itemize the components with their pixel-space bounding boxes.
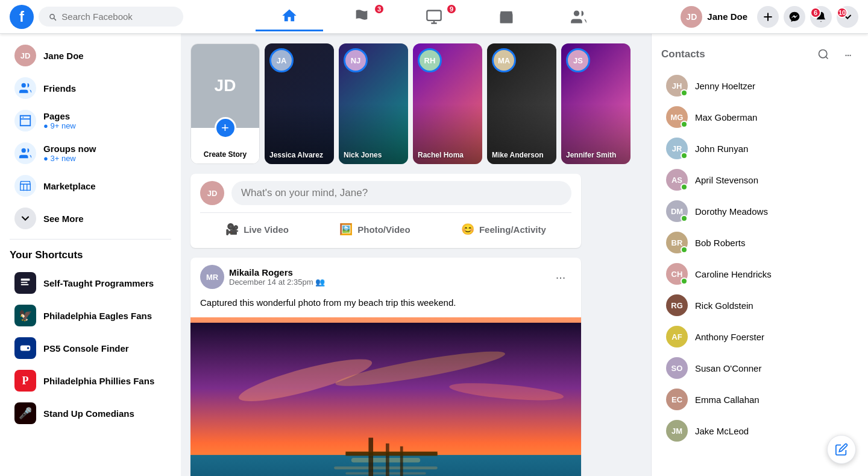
shortcut-ps5[interactable]: PS5 Console Finder bbox=[5, 332, 176, 364]
contact-jenny[interactable]: JH Jenny Hoeltzer bbox=[661, 70, 858, 101]
april-online bbox=[681, 183, 688, 191]
anthony-name: Anthony Foerster bbox=[695, 332, 764, 342]
caroline-online bbox=[681, 278, 688, 285]
bell-badge: 6 bbox=[810, 7, 821, 18]
groups-icon bbox=[570, 8, 587, 25]
nav-watch[interactable]: 9 bbox=[400, 2, 468, 31]
pages-sublabel: ● 9+ new bbox=[43, 121, 76, 130]
live-video-button[interactable]: 🎥 Live Video bbox=[216, 218, 298, 241]
contact-caroline[interactable]: CH Caroline Hendricks bbox=[661, 258, 858, 290]
watch-badge: 9 bbox=[446, 4, 457, 14]
sidebar-user[interactable]: JD Jane Doe bbox=[5, 40, 176, 71]
plus-icon bbox=[762, 11, 774, 23]
shortcut-phillies[interactable]: P Philadelphia Phillies Fans bbox=[5, 365, 176, 396]
svg-point-24 bbox=[819, 50, 827, 58]
svg-rect-19 bbox=[386, 443, 389, 476]
photo-label: Photo/Video bbox=[357, 224, 410, 235]
story-nick-avatar: NJ bbox=[344, 48, 368, 72]
create-story-bg: JD bbox=[191, 44, 259, 128]
caroline-avatar: CH bbox=[666, 263, 688, 285]
contact-john[interactable]: JR John Runyan bbox=[661, 133, 858, 164]
flag-icon bbox=[353, 8, 370, 25]
john-name: John Runyan bbox=[695, 144, 748, 154]
dorothy-avatar: DM bbox=[666, 200, 688, 222]
shortcut-standup[interactable]: 🎤 Stand Up Comedians bbox=[5, 398, 176, 429]
max-avatar: MG bbox=[666, 106, 688, 128]
create-story-plus: + bbox=[215, 117, 236, 139]
svg-point-1 bbox=[574, 10, 579, 16]
post-date: December 14 at 2:35pm bbox=[229, 278, 313, 287]
story-jennifer[interactable]: JS Jennifer Smith bbox=[561, 43, 631, 164]
header-user[interactable]: JD Jane Doe bbox=[676, 4, 752, 30]
contacts-search-button[interactable] bbox=[813, 43, 834, 65]
phillies-label: Philadelphia Phillies Fans bbox=[43, 376, 154, 386]
post-content: Captured this wonderful photo from my be… bbox=[190, 296, 581, 317]
nav-groups[interactable] bbox=[545, 2, 612, 31]
see-more-label: See More bbox=[43, 214, 84, 224]
self-taught-label: Self-Taught Programmers bbox=[43, 278, 154, 288]
contact-anthony[interactable]: AF Anthony Foerster bbox=[661, 321, 858, 352]
search-bar[interactable] bbox=[39, 7, 183, 27]
contact-susan[interactable]: SO Susan O'Conner bbox=[661, 352, 858, 384]
john-online bbox=[681, 152, 688, 159]
messenger-button[interactable] bbox=[784, 6, 805, 28]
contact-bob[interactable]: BR Bob Roberts bbox=[661, 227, 858, 258]
story-nick[interactable]: NJ Nick Jones bbox=[339, 43, 408, 164]
contact-max[interactable]: MG Max Goberman bbox=[661, 101, 858, 133]
nav-flag[interactable]: 3 bbox=[328, 2, 395, 31]
sidebar-username: Jane Doe bbox=[43, 51, 84, 61]
feeling-label: Feeling/Activity bbox=[479, 224, 546, 235]
flag-badge: 3 bbox=[374, 4, 385, 14]
header-left: f bbox=[10, 5, 215, 29]
messenger-icon bbox=[788, 11, 800, 23]
max-name: Max Goberman bbox=[695, 112, 757, 122]
contacts-more-button[interactable]: ··· bbox=[837, 43, 858, 65]
post-more-button[interactable]: ··· bbox=[550, 266, 571, 288]
groups-sublabel: ● 3+ new bbox=[43, 154, 96, 163]
story-mike-avatar: MA bbox=[492, 48, 516, 72]
search-input[interactable] bbox=[61, 11, 174, 22]
menu-button[interactable]: 10 bbox=[837, 6, 858, 28]
monitor-icon bbox=[426, 8, 442, 25]
story-mike[interactable]: MA Mike Anderson bbox=[487, 43, 556, 164]
nav-home[interactable] bbox=[256, 2, 323, 31]
sidebar-item-groups[interactable]: Groups now ● 3+ new bbox=[5, 138, 176, 169]
compose-button[interactable] bbox=[827, 435, 856, 464]
add-button[interactable] bbox=[757, 6, 779, 28]
sidebar-item-see-more[interactable]: See More bbox=[5, 203, 176, 234]
shortcut-eagles[interactable]: 🦅 Philadelphia Eagles Fans bbox=[5, 300, 176, 331]
sidebar-item-friends[interactable]: Friends bbox=[5, 72, 176, 104]
contact-emma[interactable]: EC Emma Callahan bbox=[661, 384, 858, 415]
header-right: JD Jane Doe 6 10 bbox=[653, 4, 858, 30]
contact-april[interactable]: AS April Stevenson bbox=[661, 164, 858, 195]
story-jessica[interactable]: JA Jessica Alvarez bbox=[265, 43, 334, 164]
feeling-button[interactable]: 😊 Feeling/Activity bbox=[451, 218, 556, 241]
ps5-label: PS5 Console Finder bbox=[43, 343, 129, 354]
user-avatar: JD bbox=[14, 45, 36, 66]
eagles-label: Philadelphia Eagles Fans bbox=[43, 311, 152, 321]
store-icon bbox=[498, 8, 515, 25]
create-story-card[interactable]: JD + Create Story bbox=[190, 43, 260, 164]
jenny-online bbox=[681, 89, 688, 97]
header: f 3 9 JD Jane Doe bbox=[0, 0, 868, 34]
notifications-button[interactable]: 6 bbox=[810, 6, 832, 28]
phillies-icon: P bbox=[14, 370, 36, 392]
contact-rick[interactable]: RG Rick Goldstein bbox=[661, 290, 858, 321]
facebook-logo[interactable]: f bbox=[10, 5, 34, 29]
svg-rect-5 bbox=[21, 279, 30, 281]
story-rachel[interactable]: RH Rachel Homa bbox=[413, 43, 482, 164]
header-avatar: JD bbox=[681, 6, 702, 28]
sidebar-item-marketplace[interactable]: Marketplace bbox=[5, 170, 176, 202]
sidebar-item-pages[interactable]: Pages ● 9+ new bbox=[5, 105, 176, 136]
story-nick-bg: NJ Nick Jones bbox=[339, 43, 408, 164]
nav-marketplace[interactable] bbox=[473, 2, 540, 31]
rick-avatar: RG bbox=[666, 294, 688, 316]
story-rachel-bg: RH Rachel Homa bbox=[413, 43, 482, 164]
shortcut-self-taught[interactable]: Self-Taught Programmers bbox=[5, 267, 176, 299]
dorothy-name: Dorothy Meadows bbox=[695, 206, 768, 217]
john-avatar: JR bbox=[666, 138, 688, 159]
contact-dorothy[interactable]: DM Dorothy Meadows bbox=[661, 195, 858, 227]
post-input[interactable] bbox=[231, 181, 571, 205]
story-mike-name: Mike Anderson bbox=[492, 151, 552, 159]
photo-video-button[interactable]: 🖼️ Photo/Video bbox=[330, 218, 420, 241]
